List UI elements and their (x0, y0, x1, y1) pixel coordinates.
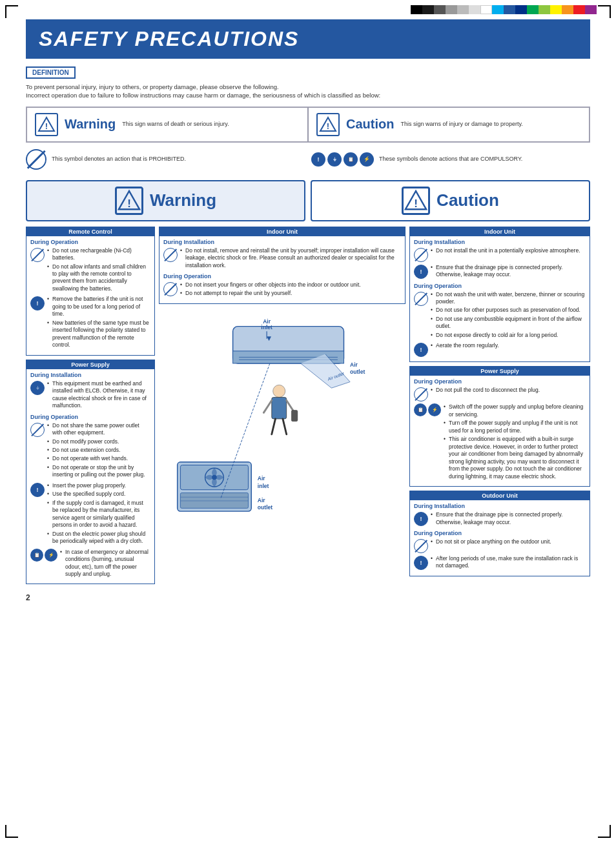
ps-caution-nopull-icon (414, 387, 428, 401)
prohibited-symbol-item: This symbol denotes an action that is PR… (26, 149, 305, 170)
svg-point-14 (273, 385, 285, 397)
compulsory-symbol-item: ! ⏚ 📋 ⚡ These symbols denote actions tha… (311, 152, 590, 167)
caution-triangle-icon: ! (316, 113, 340, 136)
psc-bullet-4: This air conditioner is equipped with a … (444, 436, 586, 480)
svg-rect-20 (291, 410, 298, 421)
compulsory-icons: ! ⏚ 📋 ⚡ (311, 152, 374, 167)
outdoor-caution-op-header: During Operation (414, 530, 586, 536)
indoor-caution-comp-icon: ! (414, 265, 428, 279)
svg-text:!: ! (414, 197, 418, 209)
ps-emergency-row: 📋 ⚡ In case of emergency or abnormal con… (30, 549, 150, 580)
ps-caution-nopull-list: Do not pull the cord to disconnect the p… (431, 387, 540, 395)
right-column: Indoor Unit During Installation Do not i… (409, 227, 590, 589)
ps-op-bullet-2: Do not modify power cords. (47, 438, 150, 445)
ps-emergency-list: In case of emergency or abnormal conditi… (60, 549, 150, 580)
indoor-caution-op-prohibit-row: Do not wash the unit with water, benzene… (414, 291, 586, 341)
indoor-caution-body: During Installation Do not install the u… (410, 236, 590, 362)
power-supply-caution-section: Power Supply During Operation Do not pul… (409, 366, 590, 487)
outdoor-caution-header: Outdoor Unit (410, 491, 590, 500)
warning-triangle-icon: ! (35, 113, 58, 136)
indoor-prohibit-op-icon (163, 282, 178, 296)
outdoor-caution-comp-icon: ! (414, 556, 428, 570)
svg-text:Air: Air (258, 497, 266, 503)
indoor-install-bullet-1: Do not install, remove and reinstall the… (180, 247, 401, 269)
big-caution-icon: ! (402, 187, 430, 215)
indoor-unit-svg: Air inlet Air outlet Air outlet (233, 318, 365, 388)
rc-compulsory-list: Remove the batteries if the unit is not … (47, 296, 150, 350)
indoor-operation-header: During Operation (163, 273, 401, 279)
definition-text: To prevent personal injury, injury to ot… (26, 83, 590, 100)
ic-op-bullet-5: Aerate the room regularly. (431, 342, 499, 349)
warning-title: Warning (65, 117, 116, 132)
color-bar (411, 5, 597, 14)
rc-prohibit-row: Do not use rechargeable (Ni-Cd) batterie… (30, 247, 150, 294)
rc-compulsory-row: ! Remove the batteries if the unit is no… (30, 296, 150, 350)
svg-line-16 (263, 400, 271, 412)
rc-operation-header: During Operation (30, 239, 150, 245)
indoor-caution-op-list: Do not wash the unit with water, benzene… (431, 291, 586, 341)
warning-description: This sign warns of death or serious inju… (122, 121, 229, 128)
person-figure (263, 385, 298, 434)
big-warning-box: ! Warning (26, 180, 305, 221)
indoor-unit-warning-section: Indoor Unit During Installation Do not i… (159, 227, 406, 304)
compulsory-dot-1: ! (311, 152, 325, 167)
ps-op-bullet-6: Insert the power plug properly. (47, 482, 150, 489)
big-warning-title: Warning (150, 190, 216, 210)
remote-control-header: Remote Control (26, 227, 154, 236)
indoor-install-list: Do not install, remove and reinstall the… (180, 247, 401, 270)
ps-op-bullet-3: Do not use extension cords. (47, 447, 150, 454)
ps-op-bullet-7: Use the specified supply cord. (47, 491, 150, 498)
outdoor-unit-caution-section: Outdoor Unit During Installation ! Ensur… (409, 491, 590, 576)
oc-op-bullet-2: After long periods of use, make sure the… (431, 555, 586, 570)
indoor-caution-prohibit-icon (414, 248, 428, 262)
ps-install-header: During Installation (30, 372, 150, 378)
ps-warning-header: Power Supply (26, 360, 154, 369)
compulsory-dot-3: 📋 (344, 152, 358, 167)
remote-control-body: During Operation Do not use rechargeable… (26, 236, 154, 355)
indoor-caution-prohibit-row: Do not install the unit in a potentially… (414, 247, 586, 262)
svg-text:Air: Air (350, 361, 358, 368)
ps-install-list: This equipment must be earthed and insta… (47, 380, 150, 411)
svg-line-18 (272, 419, 276, 434)
left-column: Remote Control During Operation Do not u… (26, 227, 155, 589)
svg-text:inlet: inlet (258, 483, 269, 489)
indoor-op-bullet-1: Do not insert your fingers or other obje… (180, 281, 361, 289)
ic-install-bullet-1: Do not install the unit in a potentially… (431, 247, 580, 254)
power-supply-warning-section: Power Supply During Installation ⏚ This … (26, 360, 155, 585)
outdoor-caution-prohibit-row: Do not sit or place anything on the outd… (414, 538, 586, 553)
indoor-caution-install-list: Do not install the unit in a potentially… (431, 247, 580, 256)
rc-bullet-3: Remove the batteries if the unit is not … (47, 296, 150, 318)
outdoor-caution-prohibit-icon (414, 539, 428, 553)
ps-comp-icon-2: ⚡ (45, 549, 57, 562)
middle-column: Indoor Unit During Installation Do not i… (159, 227, 406, 589)
footer: 2 (26, 588, 590, 602)
ps-op-bullet-5: Do not operate or stop the unit by inser… (47, 464, 150, 479)
svg-text:outlet: outlet (350, 369, 365, 375)
ps-compulsory-row: ! Insert the power plug properly. Use th… (30, 482, 150, 547)
ps-op-bullet-9: Dust on the electric power plug should b… (47, 531, 150, 545)
warning-definition-box: ! Warning This sign warns of death or se… (26, 107, 308, 142)
svg-text:inlet: inlet (261, 324, 272, 330)
ps-ground-row: ⏚ This equipment must be earthed and ins… (30, 380, 150, 411)
ps-caution-op-header: During Operation (414, 378, 586, 385)
svg-text:Air: Air (263, 318, 271, 325)
caution-title: Caution (346, 117, 394, 132)
svg-text:!: ! (45, 121, 48, 131)
indoor-caution-header: Indoor Unit (410, 227, 590, 236)
outdoor-caution-install-row: ! Ensure that the drainage pipe is conne… (414, 511, 586, 527)
ps-caution-body: During Operation Do not pull the cord to… (410, 376, 590, 486)
rc-prohibit-list: Do not use rechargeable (Ni-Cd) batterie… (47, 247, 150, 294)
compulsory-dot-2: ⏚ (327, 152, 342, 167)
rc-bullet-2: Do not allow infants and small children … (47, 263, 150, 293)
rc-prohibit-icon (30, 248, 45, 262)
outdoor-caution-install-icon: ! (414, 512, 428, 526)
rc-compulsory-icon: ! (30, 296, 45, 310)
outdoor-caution-body: During Installation ! Ensure that the dr… (410, 500, 590, 576)
ic-op-bullet-4: Do not expose directly to cold air for a… (431, 332, 586, 339)
indoor-install-header: During Installation (163, 239, 401, 245)
psc-bullet-3: Turn off the power supply and unplug if … (444, 420, 586, 434)
title-bar: SAFETY PRECAUTIONS (26, 19, 590, 59)
ps-op-bullet-4: Do not operate with wet hands. (47, 455, 150, 462)
indoor-caution-drainage-list: Ensure that the drainage pipe is connect… (431, 264, 586, 280)
ps-caution-comp-icon-1: 📋 (414, 403, 427, 416)
